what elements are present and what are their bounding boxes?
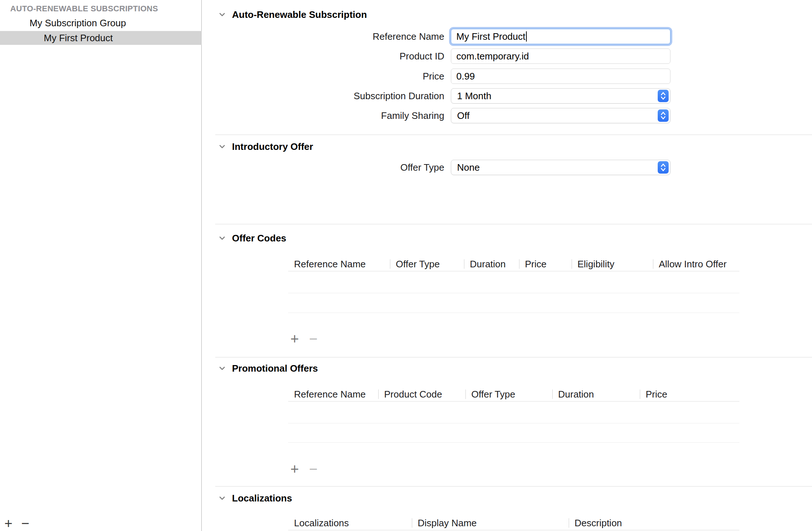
chevron-down-icon[interactable] [217, 142, 227, 151]
table-row [288, 313, 739, 313]
section-header-localizations: Localizations [217, 492, 292, 504]
section-divider [215, 224, 812, 224]
storekit-editor-window: AUTO-RENEWABLE SUBSCRIPTIONS My Subscrip… [0, 0, 812, 531]
table-row [288, 423, 739, 423]
promotional-offers-controls: + − [290, 461, 318, 477]
column-header: Display Name [412, 516, 569, 530]
localizations-table-header: Localizations Display Name Description [288, 516, 739, 530]
chevron-down-icon[interactable] [217, 364, 227, 373]
product-id-input[interactable] [451, 49, 670, 64]
family-sharing-value: Off [457, 110, 469, 121]
section-title: Localizations [232, 493, 292, 504]
column-header: Eligibility [572, 257, 653, 271]
offer-codes-table-header: Reference Name Offer Type Duration Price… [288, 257, 739, 271]
column-header: Reference Name [288, 257, 390, 271]
section-title: Introductory Offer [232, 141, 313, 152]
section-header-offer-codes: Offer Codes [217, 232, 286, 244]
price-input[interactable] [451, 69, 670, 84]
promotional-offers-table-header: Reference Name Product Code Offer Type D… [288, 387, 739, 402]
column-header: Localizations [288, 516, 412, 530]
offer-type-value: None [457, 162, 480, 173]
section-divider [215, 357, 812, 357]
product-id-label: Product ID [225, 50, 444, 63]
column-header: Reference Name [288, 387, 378, 401]
popup-stepper-icon [658, 90, 669, 102]
remove-icon[interactable]: − [309, 461, 317, 477]
popup-stepper-icon [658, 161, 669, 174]
chevron-down-icon[interactable] [217, 10, 227, 19]
chevron-down-icon[interactable] [217, 493, 227, 503]
sidebar-item-subscription-group[interactable]: My Subscription Group [0, 16, 202, 30]
column-header: Price [640, 387, 739, 401]
column-header: Offer Type [465, 387, 552, 401]
column-header: Description [569, 516, 739, 530]
popup-stepper-icon [658, 109, 669, 122]
reference-name-label: Reference Name [225, 30, 444, 43]
family-sharing-popup[interactable]: Off [451, 108, 670, 123]
section-header-subscription: Auto-Renewable Subscription [217, 9, 367, 20]
reference-name-input[interactable]: My First Product [451, 29, 670, 44]
offer-codes-controls: + − [290, 331, 318, 346]
section-title: Promotional Offers [232, 363, 318, 374]
section-title: Offer Codes [232, 233, 286, 244]
column-header: Duration [552, 387, 640, 401]
sidebar-item-label: My First Product [44, 32, 113, 43]
remove-icon[interactable]: − [21, 516, 29, 531]
sidebar: AUTO-RENEWABLE SUBSCRIPTIONS My Subscrip… [0, 0, 202, 531]
add-icon[interactable]: + [290, 331, 299, 346]
remove-icon[interactable]: − [309, 331, 317, 346]
column-header: Offer Type [390, 257, 464, 271]
section-divider [215, 135, 812, 135]
column-header: Duration [464, 257, 519, 271]
section-title: Auto-Renewable Subscription [232, 9, 367, 20]
subscription-duration-value: 1 Month [457, 90, 491, 101]
subscription-duration-popup[interactable]: 1 Month [451, 88, 670, 104]
offer-type-popup[interactable]: None [451, 160, 670, 175]
table-row [288, 442, 739, 443]
family-sharing-label: Family Sharing [225, 109, 444, 122]
sidebar-item-label: My Subscription Group [30, 18, 126, 28]
table-row [288, 293, 739, 293]
section-header-promotional-offers: Promotional Offers [217, 363, 318, 374]
column-header: Product Code [378, 387, 465, 401]
reference-name-value: My First Product [456, 31, 525, 42]
column-header: Price [519, 257, 572, 271]
text-caret [526, 31, 527, 42]
offer-type-label: Offer Type [225, 161, 444, 174]
sidebar-footer-controls: + − [4, 516, 29, 531]
column-header: Allow Intro Offer [653, 257, 739, 271]
section-header-introductory-offer: Introductory Offer [217, 141, 313, 152]
add-icon[interactable]: + [290, 461, 299, 477]
price-label: Price [225, 70, 444, 83]
chevron-down-icon[interactable] [217, 233, 227, 243]
section-divider [215, 486, 812, 487]
sidebar-item-my-first-product[interactable]: My First Product [0, 31, 202, 45]
add-icon[interactable]: + [4, 516, 12, 531]
sidebar-section-header: AUTO-RENEWABLE SUBSCRIPTIONS [10, 4, 158, 13]
subscription-duration-label: Subscription Duration [225, 89, 444, 102]
